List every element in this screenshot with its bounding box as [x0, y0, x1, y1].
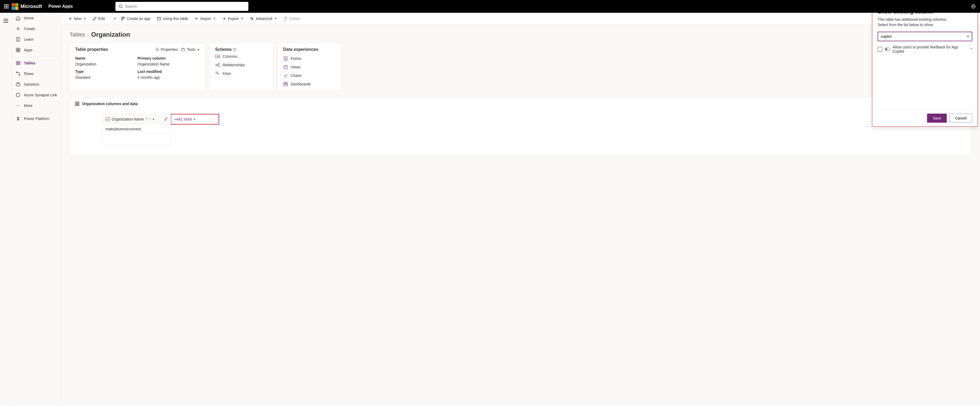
clear-icon[interactable]: ✕	[966, 34, 970, 38]
panel-title: Show existing column	[878, 13, 972, 15]
data-cell[interactable]: mattsdevenvironment	[102, 124, 171, 134]
properties-action[interactable]: Properties	[155, 47, 178, 52]
schema-keys[interactable]: Keys	[215, 71, 268, 76]
nav-synapse[interactable]: Azure Synapse Link	[12, 90, 61, 100]
info-icon[interactable]	[233, 48, 236, 52]
svg-rect-57	[284, 84, 288, 86]
panel-search: ✕	[878, 32, 972, 41]
exp-views[interactable]: Views	[283, 65, 336, 69]
app-launcher-icon[interactable]	[2, 2, 11, 11]
schema-relationships[interactable]: Relationships	[215, 62, 268, 67]
column-result-row[interactable]: Allow users to provide feedback for App …	[878, 45, 972, 54]
cmd-export[interactable]: Export ▼	[220, 15, 246, 22]
nav-power-platform[interactable]: Power Platform	[12, 113, 61, 124]
card-title: Schema	[215, 47, 236, 52]
home-icon	[16, 16, 21, 21]
nav-learn[interactable]: Learn	[12, 34, 61, 45]
nav-label: Power Platform	[24, 116, 49, 121]
nav-create[interactable]: Create	[12, 24, 61, 34]
prop-label: Last modified	[137, 69, 200, 74]
svg-rect-10	[18, 48, 20, 50]
cmd-advanced[interactable]: Advanced ▼	[247, 15, 280, 22]
svg-rect-55	[284, 82, 285, 84]
table-icon	[16, 61, 21, 66]
required-indicator: *	[146, 117, 147, 121]
nav-label: Home	[24, 16, 34, 20]
relationship-icon	[215, 62, 220, 67]
svg-point-41	[218, 63, 220, 64]
schema-card: Schema Abc Columns Relationships Keys	[210, 43, 274, 91]
solutions-icon	[16, 82, 21, 87]
column-header[interactable]: Abc Organization Name* ↑ ▼	[102, 114, 171, 124]
svg-point-42	[218, 65, 220, 67]
chevron-down-icon[interactable]: ▼	[152, 118, 155, 121]
cancel-button[interactable]: Cancel	[950, 114, 972, 123]
more-columns-cell: +441 more ▼	[171, 114, 219, 124]
empty-cell[interactable]	[102, 134, 171, 145]
section-title: Organization columns and data	[82, 102, 137, 106]
nav-solutions[interactable]: Solutions	[12, 79, 61, 90]
hamburger-icon[interactable]	[0, 15, 12, 27]
svg-point-33	[157, 49, 158, 50]
prop-value: Standard	[75, 75, 137, 80]
svg-rect-58	[75, 102, 79, 106]
global-search[interactable]	[115, 2, 248, 11]
nav-label: Tables	[24, 61, 35, 65]
required-indicator: *	[971, 47, 972, 51]
columns-data-section: Organization columns and data Abc Organi…	[70, 97, 972, 156]
environment-icon[interactable]	[971, 4, 976, 9]
main-content: New ▼ Edit ▼ Create an app Using this ta…	[61, 13, 980, 406]
app-icon	[121, 16, 125, 21]
sliders-icon	[250, 16, 254, 21]
close-icon[interactable]: ✕	[970, 13, 974, 13]
import-icon	[194, 16, 199, 21]
card-title: Table properties	[75, 47, 108, 52]
add-column-button[interactable]	[211, 117, 215, 121]
column-search-input[interactable]	[878, 32, 972, 41]
table-shortcut-icon	[157, 16, 161, 21]
nav-more[interactable]: ⋯ More	[12, 100, 61, 111]
nav-tables[interactable]: Tables	[12, 58, 61, 68]
collapsed-rail	[0, 13, 12, 406]
chevron-down-icon: ▼	[193, 118, 196, 121]
nav-apps[interactable]: Apps	[12, 45, 61, 55]
table-properties-card: Table properties Properties Tools ▼	[70, 43, 205, 91]
book-icon	[16, 37, 21, 42]
cmd-edit-dropdown[interactable]: ▼	[112, 16, 117, 22]
nav-home[interactable]: Home	[12, 13, 61, 24]
app-title[interactable]: Power Apps	[48, 4, 73, 9]
exp-dashboards[interactable]: Dashboards	[283, 82, 336, 86]
svg-line-44	[217, 65, 218, 66]
schema-columns[interactable]: Abc Columns	[215, 54, 268, 59]
plus-icon	[68, 16, 72, 21]
cmd-delete[interactable]: Delete	[281, 15, 303, 22]
svg-point-40	[216, 64, 217, 65]
svg-rect-34	[181, 49, 185, 51]
nav-flows[interactable]: Flows	[12, 68, 61, 79]
prop-value: Organization Name	[137, 62, 200, 66]
edit-pencil-icon[interactable]	[164, 117, 167, 121]
microsoft-logo: Microsoft	[12, 3, 42, 10]
search-input[interactable]	[125, 4, 245, 8]
exp-charts[interactable]: Charts	[283, 73, 336, 78]
checkbox[interactable]	[878, 47, 882, 52]
prop-label: Primary column	[137, 56, 200, 61]
cmd-import[interactable]: Import ▼	[192, 15, 218, 22]
cmd-using-table[interactable]: Using this table	[154, 15, 191, 22]
svg-point-31	[251, 18, 251, 18]
key-icon	[215, 71, 220, 76]
cmd-create-app[interactable]: Create an app	[118, 15, 153, 22]
svg-rect-13	[16, 62, 20, 65]
more-columns-button[interactable]: +441 more ▼	[174, 117, 196, 121]
breadcrumb-root[interactable]: Tables	[70, 32, 85, 38]
apps-icon	[16, 47, 21, 53]
exp-forms[interactable]: Forms	[283, 56, 336, 61]
tools-action[interactable]: Tools ▼	[181, 47, 200, 52]
form-icon	[283, 56, 288, 61]
svg-point-0	[119, 5, 122, 8]
cmd-new[interactable]: New ▼	[65, 15, 89, 22]
save-button[interactable]: Save	[927, 114, 947, 123]
svg-text:Abc: Abc	[106, 118, 110, 120]
cmd-edit[interactable]: Edit	[90, 15, 107, 22]
chart-icon	[283, 73, 288, 78]
